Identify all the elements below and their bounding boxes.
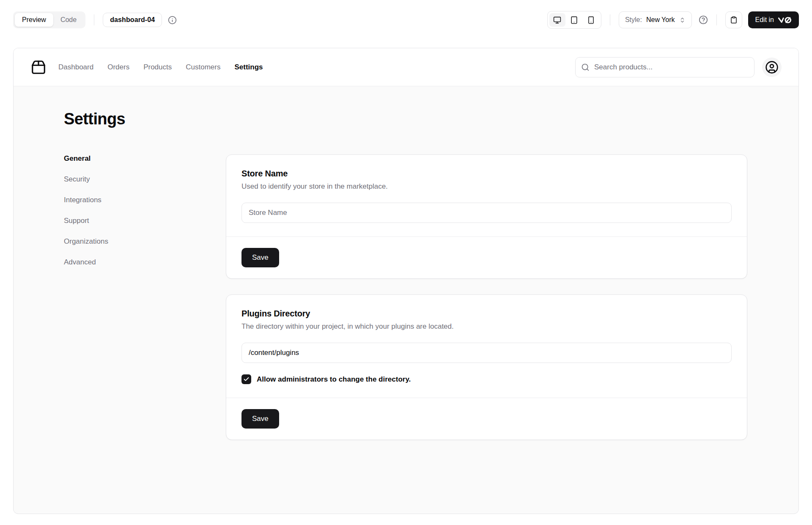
search-icon bbox=[581, 63, 590, 71]
monitor-icon bbox=[553, 16, 561, 24]
store-name-card-title: Store Name bbox=[241, 169, 732, 179]
allow-admins-checkbox-label[interactable]: Allow administrators to change the direc… bbox=[257, 375, 411, 384]
store-name-card: Store Name Used to identify your store i… bbox=[226, 154, 747, 279]
nav-item-products[interactable]: Products bbox=[143, 63, 172, 71]
sidebar-item-advanced[interactable]: Advanced bbox=[64, 258, 226, 267]
plugins-directory-card: Plugins Directory The directory within y… bbox=[226, 294, 747, 440]
tablet-view-button[interactable] bbox=[566, 13, 582, 27]
allow-admins-checkbox[interactable] bbox=[241, 374, 251, 384]
chevrons-up-down-icon bbox=[679, 17, 686, 23]
device-toggle-group bbox=[547, 11, 601, 29]
sidebar-item-organizations[interactable]: Organizations bbox=[64, 237, 226, 246]
preview-toolbar: Preview Code dashboard-04 Style: New Yor… bbox=[0, 0, 812, 28]
search-container bbox=[575, 57, 754, 77]
package-icon[interactable] bbox=[30, 59, 47, 75]
info-icon[interactable] bbox=[168, 16, 177, 25]
plugins-directory-save-button[interactable]: Save bbox=[241, 409, 279, 429]
user-menu-button[interactable] bbox=[762, 58, 782, 77]
store-name-save-button[interactable]: Save bbox=[241, 248, 279, 267]
block-name-badge[interactable]: dashboard-04 bbox=[103, 13, 162, 27]
preview-frame: Dashboard Orders Products Customers Sett… bbox=[13, 48, 799, 514]
style-select-value: New York bbox=[646, 16, 675, 24]
page-title: Settings bbox=[64, 110, 747, 128]
plugins-directory-card-description: The directory within your project, in wh… bbox=[241, 322, 732, 331]
tab-preview[interactable]: Preview bbox=[15, 13, 53, 27]
app-header: Dashboard Orders Products Customers Sett… bbox=[14, 48, 798, 86]
search-input[interactable] bbox=[575, 57, 754, 77]
nav-item-orders[interactable]: Orders bbox=[107, 63, 129, 71]
style-select-label: Style: bbox=[625, 16, 642, 24]
plugins-directory-card-title: Plugins Directory bbox=[241, 309, 732, 319]
settings-page: Settings General Security Integrations S… bbox=[14, 86, 798, 514]
nav-item-customers[interactable]: Customers bbox=[186, 63, 220, 71]
divider bbox=[94, 14, 94, 25]
sidebar-item-support[interactable]: Support bbox=[64, 217, 226, 225]
desktop-view-button[interactable] bbox=[549, 13, 565, 27]
sidebar-item-integrations[interactable]: Integrations bbox=[64, 196, 226, 204]
mobile-view-button[interactable] bbox=[583, 13, 599, 27]
smartphone-icon bbox=[587, 16, 595, 24]
clipboard-icon bbox=[730, 16, 738, 24]
edit-in-v0-button[interactable]: Edit in bbox=[748, 11, 799, 28]
view-toggle-group: Preview Code bbox=[13, 11, 85, 28]
nav-item-settings[interactable]: Settings bbox=[234, 63, 263, 71]
circle-user-icon bbox=[765, 60, 779, 74]
help-icon[interactable] bbox=[699, 15, 708, 25]
check-icon bbox=[243, 376, 250, 382]
nav-item-dashboard[interactable]: Dashboard bbox=[58, 63, 93, 71]
sidebar-item-security[interactable]: Security bbox=[64, 175, 226, 184]
settings-sidebar: General Security Integrations Support Or… bbox=[64, 154, 226, 267]
v0-logo-icon bbox=[778, 16, 792, 24]
store-name-card-description: Used to identify your store in the marke… bbox=[241, 182, 732, 191]
style-select[interactable]: Style: New York bbox=[619, 11, 692, 28]
divider bbox=[610, 14, 610, 25]
main-nav: Dashboard Orders Products Customers Sett… bbox=[58, 63, 263, 71]
copy-code-button[interactable] bbox=[725, 11, 742, 28]
tablet-icon bbox=[570, 16, 578, 24]
divider bbox=[716, 14, 717, 25]
edit-in-v0-label: Edit in bbox=[755, 16, 774, 24]
plugins-directory-input[interactable] bbox=[241, 343, 732, 363]
sidebar-item-general[interactable]: General bbox=[64, 154, 226, 163]
store-name-input[interactable] bbox=[241, 203, 732, 223]
tab-code[interactable]: Code bbox=[53, 13, 84, 27]
